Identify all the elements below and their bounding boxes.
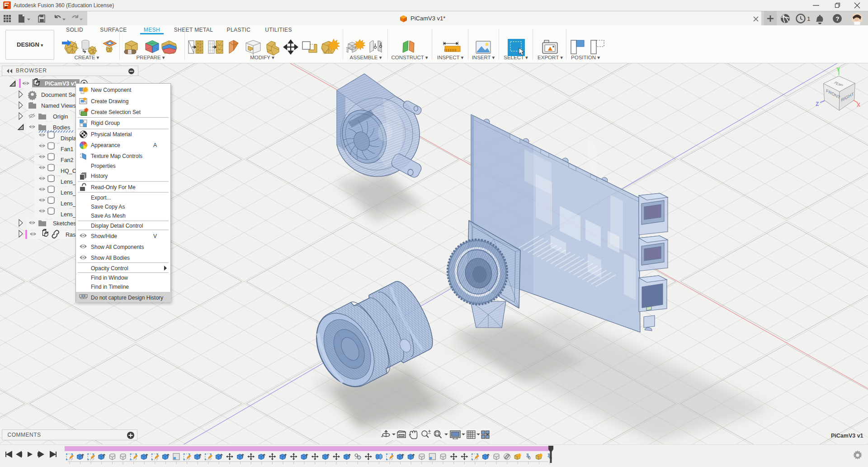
svg-text:Fan1: Fan1 bbox=[61, 146, 74, 152]
svg-text:Sketches: Sketches bbox=[53, 220, 76, 227]
svg-text:Y: Y bbox=[836, 67, 840, 73]
svg-text:Save Copy As: Save Copy As bbox=[91, 204, 125, 210]
svg-text:Bodies: Bodies bbox=[53, 124, 70, 131]
svg-text:Display Detail Control: Display Detail Control bbox=[91, 223, 143, 229]
svg-text:Find in Window: Find in Window bbox=[91, 275, 128, 281]
svg-text:Fan2: Fan2 bbox=[61, 157, 74, 163]
svg-text:Ras: Ras bbox=[66, 232, 75, 238]
svg-text:PiCamV3 v1: PiCamV3 v1 bbox=[831, 433, 863, 439]
svg-text:Do not capture Design History: Do not capture Design History bbox=[91, 295, 163, 301]
svg-text:Read-Only For Me: Read-Only For Me bbox=[91, 184, 136, 191]
svg-text:Physical Material: Physical Material bbox=[91, 131, 132, 138]
svg-text:History: History bbox=[91, 173, 108, 179]
svg-text:Save As Mesh: Save As Mesh bbox=[91, 213, 126, 219]
svg-text:Properties: Properties bbox=[91, 163, 116, 169]
svg-text:Appearance: Appearance bbox=[91, 142, 120, 148]
svg-text:PiCamV3 v1: PiCamV3 v1 bbox=[45, 81, 77, 87]
svg-text:Z: Z bbox=[816, 101, 819, 107]
svg-text:Rigid Group: Rigid Group bbox=[91, 120, 120, 126]
svg-text:Origin: Origin bbox=[53, 114, 68, 120]
svg-text:Create Drawing: Create Drawing bbox=[91, 98, 128, 105]
svg-text:1: 1 bbox=[807, 15, 811, 22]
svg-text:Show All Components: Show All Components bbox=[91, 244, 144, 250]
svg-text:Texture Map Controls: Texture Map Controls bbox=[91, 153, 142, 159]
svg-text:Show All Bodies: Show All Bodies bbox=[91, 255, 130, 261]
svg-text:Create Selection Set: Create Selection Set bbox=[91, 109, 141, 115]
svg-text:?: ? bbox=[835, 15, 839, 22]
svg-text:New Component: New Component bbox=[91, 87, 132, 93]
svg-text:Show/Hide: Show/Hide bbox=[91, 233, 117, 239]
svg-text:V: V bbox=[153, 233, 157, 239]
svg-text:X: X bbox=[857, 102, 860, 108]
svg-text:Find in Timeline: Find in Timeline bbox=[91, 284, 129, 290]
svg-text:A: A bbox=[153, 142, 157, 148]
svg-text:Opacity Control: Opacity Control bbox=[91, 265, 128, 272]
svg-text:Export...: Export... bbox=[91, 195, 111, 201]
svg-text:Named Views: Named Views bbox=[41, 103, 76, 109]
